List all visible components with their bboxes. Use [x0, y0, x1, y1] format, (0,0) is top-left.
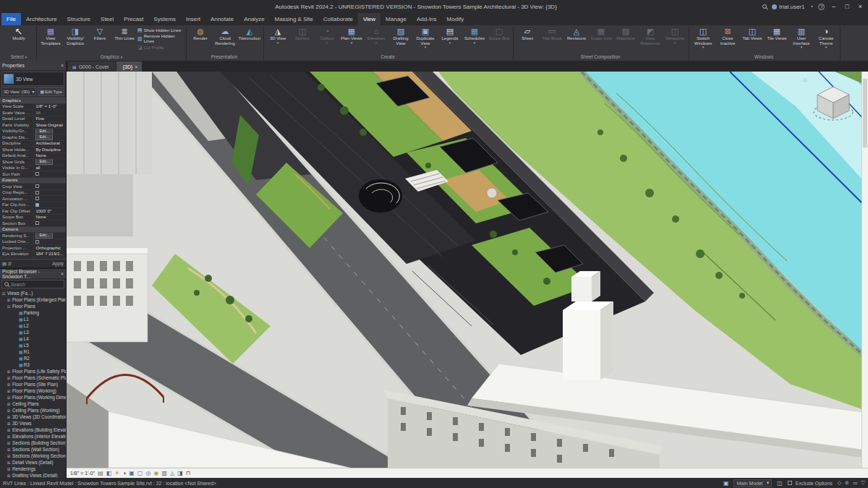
ribbon-panel-name[interactable]: Windows [691, 53, 838, 61]
property-value[interactable] [33, 221, 66, 226]
property-value[interactable] [33, 184, 66, 189]
property-row[interactable]: Graphics [0, 98, 66, 104]
ribbon-button[interactable]: ◮ 3D View ▾ [265, 26, 290, 53]
ribbon-button[interactable]: ◪ Cut Profile [137, 43, 184, 52]
tree-item[interactable]: ⊞ Elevations (Interior Elevatio... [0, 433, 66, 440]
tree-expander-icon[interactable]: ⊞ [6, 389, 12, 393]
tree-item[interactable]: ▦ L3 [0, 329, 66, 335]
property-row[interactable]: Locked Orie... [0, 239, 66, 246]
tree-expander-icon[interactable]: ⊞ [6, 402, 12, 406]
view-control-icon[interactable]: ▥ [161, 470, 167, 477]
property-value[interactable] [33, 202, 66, 208]
property-value[interactable]: all [33, 166, 66, 171]
property-value[interactable]: Edit... [33, 134, 66, 140]
ribbon-tab[interactable]: Steel [95, 13, 119, 25]
tree-item[interactable]: ⊞ Floor Plans (Enlarged Plan) [0, 296, 66, 303]
tree-item[interactable]: ▦ L5 [0, 342, 66, 348]
ribbon-button[interactable]: ▦ Tile Views [765, 26, 789, 53]
view-control-icon[interactable]: ▢ [137, 470, 143, 477]
tree-expander-icon[interactable]: ⊞ [6, 298, 12, 302]
property-row[interactable]: Visibility/Gr... Edit... [0, 129, 66, 135]
status-toggle-icon[interactable]: ▭ [853, 480, 858, 486]
status-toggle-icon[interactable]: ◇ [838, 480, 841, 486]
property-row[interactable]: Detail Level Fine [0, 116, 66, 123]
checkbox[interactable] [35, 197, 39, 200]
property-row[interactable]: Discipline Architectural [0, 141, 66, 147]
property-value[interactable]: Show Original [33, 122, 66, 128]
ribbon-button[interactable]: ◫ Tab Views [740, 26, 765, 53]
property-value[interactable]: 1000' 0" [33, 208, 66, 214]
ribbon-button[interactable]: ◨ Visibility/ Graphics [63, 26, 88, 53]
tree-item[interactable]: ⊞ Sections (Building Section) [0, 440, 66, 446]
worksets-icon[interactable]: ▣ [723, 480, 729, 487]
tree-expander-icon[interactable]: ⊞ [6, 474, 12, 478]
tree-expander-icon[interactable]: ⊞ [6, 376, 12, 380]
property-value[interactable] [33, 190, 66, 196]
exclude-options-toggle[interactable]: Exclude Options [788, 481, 833, 486]
status-toggle-icon[interactable]: ▽ [861, 480, 865, 486]
property-value[interactable]: Edit... [33, 159, 66, 165]
vertical-scrollbar[interactable] [861, 72, 868, 468]
tree-item[interactable]: ⊟ Views (Fa...) [0, 290, 66, 296]
ribbon-button[interactable]: ▽ Filters [88, 26, 112, 53]
account-button[interactable]: trial.user1 [772, 4, 804, 10]
tree-item[interactable]: ⊞ 3D Views [0, 420, 66, 427]
ribbon-button[interactable]: ◫ Viewports ▾ [663, 26, 687, 53]
tree-expander-icon[interactable]: ⊟ [1, 291, 7, 296]
tree-expander-icon[interactable]: ⊞ [6, 382, 12, 387]
tree-expander-icon[interactable]: ⊞ [6, 448, 12, 452]
tree-item[interactable]: ⊞ Floor Plans (Working) [0, 388, 66, 394]
tree-expander-icon[interactable]: ⊞ [6, 454, 12, 458]
property-value[interactable]: None [33, 153, 66, 159]
notification-icon[interactable]: ◔ [809, 4, 813, 10]
view-control-icon[interactable]: ◎ [145, 470, 150, 477]
tree-expander-icon[interactable]: ⊞ [6, 415, 12, 419]
property-value[interactable]: Architectural [33, 141, 66, 147]
checkbox[interactable] [35, 191, 39, 194]
home-icon[interactable]: ⌂ [804, 76, 807, 83]
tree-expander-icon[interactable]: ⊞ [6, 408, 12, 413]
property-row[interactable]: Show Hidde... By Discipline [0, 147, 66, 153]
checkbox[interactable] [35, 221, 39, 225]
property-row[interactable]: Far Clip Offset 1000' 0" [0, 208, 66, 215]
tree-item[interactable]: ⊞ Renderings [0, 466, 66, 472]
property-value[interactable] [33, 171, 66, 177]
ribbon-button[interactable]: ◍ Render [188, 26, 213, 53]
ribbon-panel-name[interactable]: Select▾ [3, 53, 35, 61]
ribbon-button[interactable]: ▱ Sheet [515, 26, 540, 53]
tree-expander-icon[interactable]: ⊟ [6, 304, 12, 309]
property-row[interactable]: Annotation ... [0, 196, 66, 202]
tree-item[interactable]: ▦ Parking [0, 309, 66, 316]
properties-help-icon[interactable]: ▤ [2, 261, 7, 266]
checkbox[interactable] [35, 184, 39, 188]
ribbon-button[interactable]: ◭ Twinmotion [237, 26, 262, 53]
instance-select[interactable]: 3D View: {3D} ▾ [1, 87, 36, 96]
tree-expander-icon[interactable]: ⊞ [6, 421, 12, 426]
property-row[interactable]: Crop Regio... [0, 190, 66, 197]
tree-expander-icon[interactable]: ⊞ [6, 441, 12, 445]
property-row[interactable]: Projection ... Orthographic [0, 245, 66, 252]
property-value[interactable]: By Discipline [33, 147, 66, 153]
tree-item[interactable]: ⊞ Sections (Wall Section) [0, 446, 66, 453]
ribbon-button[interactable]: ▥ User Interface ▾ [789, 26, 814, 53]
model-3d-viewport[interactable]: ⌂ [67, 72, 868, 468]
property-row[interactable]: Show Grids Edit... [0, 159, 66, 166]
tree-expander-icon[interactable]: ⊞ [6, 461, 12, 465]
tree-item[interactable]: ⊞ Floor Plans (Life Safety Pla... [0, 368, 66, 374]
ribbon-button[interactable]: ◫ Section [290, 26, 315, 53]
ribbon-tab[interactable]: Modify [442, 13, 469, 25]
ribbon-tab[interactable]: Precast [119, 13, 148, 25]
ribbon-button[interactable]: ▥ Remove Hidden Lines [137, 35, 184, 43]
view-tab[interactable]: ▤ G000 - Cover [68, 61, 116, 72]
ribbon-button[interactable]: ▨ Drafting View [388, 26, 413, 53]
tree-item[interactable]: ⊞ Floor Plans (Schematic Plan [0, 374, 66, 381]
tree-item[interactable]: ⊞ Floor Plans (Working Dime... [0, 394, 66, 401]
ribbon-button[interactable]: ▨ Matchline [613, 26, 638, 53]
ribbon-button[interactable]: ◬ Revisions [564, 26, 589, 53]
scale-button[interactable]: 1/8" = 1'-0" [70, 471, 95, 476]
tree-expander-icon[interactable]: ⊞ [6, 428, 12, 432]
ribbon-button[interactable]: ▣ Duplicate View ▾ [413, 26, 438, 53]
design-options-icon[interactable]: ◫ [777, 480, 783, 487]
ribbon-panel-name[interactable]: Presentation [188, 53, 262, 61]
ribbon-button[interactable]: ⊠ Close Inactive [715, 26, 740, 53]
